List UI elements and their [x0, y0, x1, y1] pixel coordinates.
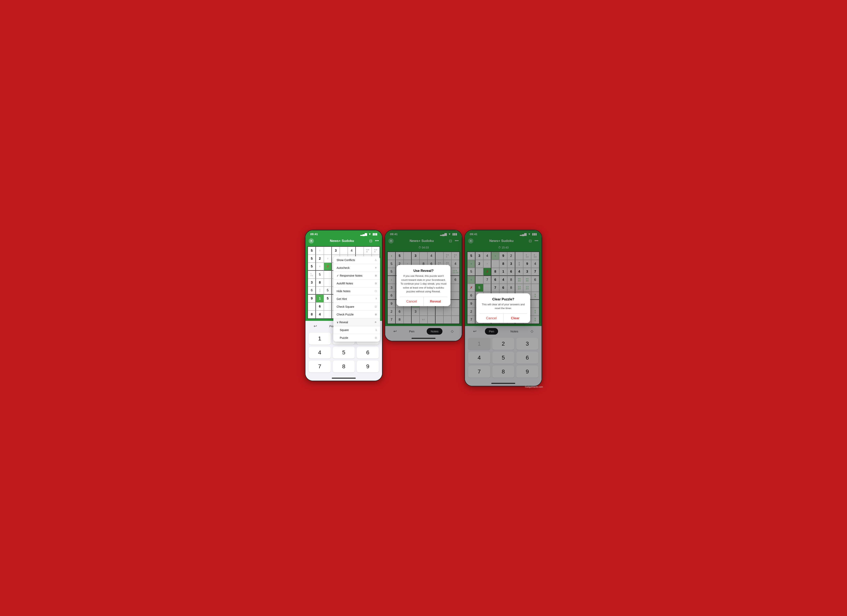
- cell-4-3[interactable]: [324, 271, 332, 279]
- cell-2-2[interactable]: 2: [316, 255, 324, 263]
- status-icons-1: ▂▄▆ ▼ ▮▮▮: [360, 232, 378, 236]
- menu-item-autofill-notes[interactable]: Autofill Notes ⊟: [333, 280, 380, 287]
- cell-6-1[interactable]: 6: [308, 287, 316, 295]
- menu-item-responsive-notes[interactable]: ✓ Responsive Notes ⊞: [333, 272, 380, 280]
- cell-7-2[interactable]: 1: [316, 295, 324, 302]
- phone-1: 09:41 ▂▄▆ ▼ ▮▮▮ ✕ News+ Sudoku ⊡ •••: [305, 230, 383, 381]
- dialog-title-2: Use Reveal?: [400, 269, 447, 273]
- menu-item-get-hint[interactable]: Get Hint ?: [333, 295, 380, 303]
- menu-item-check-square[interactable]: Check Square ☑: [333, 303, 380, 311]
- cell-1-6[interactable]: 4: [348, 247, 356, 255]
- get-hint-icon: ?: [375, 298, 377, 300]
- num-btn-1-1[interactable]: 1: [308, 333, 331, 345]
- num-btn-1-5[interactable]: 5: [333, 346, 355, 358]
- num-btn-1-4[interactable]: 4: [308, 346, 331, 358]
- nav-icons-1: ⊡ •••: [369, 239, 379, 243]
- home-indicator-1: [305, 376, 382, 381]
- num-btn-1-9[interactable]: 9: [357, 361, 379, 373]
- signal-icon-1: ▂▄▆: [360, 232, 367, 236]
- responsive-notes-icon: ⊞: [375, 274, 377, 277]
- cell-1-5[interactable]: [340, 247, 348, 255]
- use-reveal-dialog: Use Reveal? If you use Reveal, this puzz…: [397, 265, 450, 306]
- square-value: 1: [375, 329, 377, 332]
- cell-1-3[interactable]: [324, 247, 332, 255]
- status-bar-1: 09:41 ▂▄▆ ▼ ▮▮▮: [305, 230, 382, 237]
- cell-3-3[interactable]: ✗: [324, 263, 332, 271]
- cell-5-3[interactable]: [324, 279, 332, 287]
- dropdown-menu-1[interactable]: Show Conflicts ⚠ Autocheck ✳ ✓ Responsiv…: [333, 256, 380, 342]
- cell-9-1[interactable]: 8: [308, 311, 316, 318]
- hide-notes-icon: ☐: [375, 290, 377, 293]
- menu-item-autocheck[interactable]: Autocheck ✳: [333, 264, 380, 272]
- autocheck-icon: ✳: [375, 267, 377, 269]
- dialog-message-3: This will clear all of your answers and …: [480, 302, 527, 310]
- autofill-notes-icon: ⊟: [375, 282, 377, 285]
- reveal-eye-icon: 👁: [375, 321, 377, 324]
- dialog-confirm-2[interactable]: Reveal: [424, 297, 447, 306]
- menu-item-reveal[interactable]: ∨ Reveal 👁: [333, 318, 380, 326]
- cell-1-1[interactable]: 5: [308, 247, 316, 255]
- dialog-confirm-3[interactable]: Clear: [503, 314, 527, 323]
- cell-1-4[interactable]: 3: [332, 247, 340, 255]
- cell-8-3[interactable]: [324, 302, 332, 311]
- nav-bar-1: ✕ News+ Sudoku ⊡ •••: [305, 237, 382, 246]
- status-time-1: 09:41: [310, 232, 318, 236]
- check-puzzle-icon: ⊞: [375, 313, 377, 316]
- dialog-actions-2: Cancel Reveal: [400, 297, 447, 306]
- menu-item-check-puzzle[interactable]: Check Puzzle ⊞: [333, 311, 380, 318]
- menu-item-show-conflicts[interactable]: Show Conflicts ⚠: [333, 256, 380, 264]
- puzzle-icon: ⊡: [375, 336, 377, 339]
- cell-2-3[interactable]: 7: [324, 255, 332, 263]
- clear-puzzle-dialog: Clear Puzzle? This will clear all of you…: [476, 293, 530, 323]
- cell-3-1[interactable]: 5: [308, 263, 316, 271]
- cell-1-8[interactable]: 5 68: [364, 247, 372, 255]
- cell-8-2[interactable]: 6: [316, 302, 324, 311]
- watermark: GadgetHacks.com: [525, 386, 543, 388]
- check-square-icon: ☑: [375, 305, 377, 308]
- menu-item-square[interactable]: Square 1: [333, 326, 380, 334]
- dialog-backdrop-3: Clear Puzzle? This will clear all of you…: [465, 230, 542, 386]
- cell-2-1[interactable]: 5: [308, 255, 316, 263]
- cell-5-2[interactable]: 8: [316, 279, 324, 287]
- cell-5-1[interactable]: 3: [308, 279, 316, 287]
- dialog-message-2: If you use Reveal, this puzzle won't cou…: [400, 274, 447, 293]
- cell-7-3[interactable]: 5: [324, 295, 332, 302]
- cell-3-2[interactable]: 9: [316, 263, 324, 271]
- battery-icon-1: ▮▮▮: [372, 232, 377, 236]
- num-btn-1-6[interactable]: 6: [357, 346, 379, 358]
- phone-2: 09:41 ▂▄▆ ▼ ▮▮▮ ✕ News+ Sudoku ⊡ •••: [385, 230, 462, 341]
- show-conflicts-icon: ⚠: [375, 259, 377, 261]
- more-icon-1[interactable]: •••: [375, 239, 379, 243]
- dialog-actions-3: Cancel Clear: [480, 314, 527, 323]
- close-button-1[interactable]: ✕: [308, 238, 314, 243]
- dialog-title-3: Clear Puzzle?: [480, 297, 527, 301]
- cell-1-7[interactable]: [356, 247, 364, 255]
- dialog-backdrop-2: Use Reveal? If you use Reveal, this puzz…: [385, 230, 462, 341]
- dialog-cancel-3[interactable]: Cancel: [480, 314, 503, 323]
- cell-1-2[interactable]: 7: [316, 247, 324, 255]
- cell-4-2[interactable]: 5: [316, 271, 324, 279]
- cell-4-1[interactable]: 14 5: [308, 271, 316, 279]
- wifi-icon-1: ▼: [368, 232, 371, 236]
- cell-1-9[interactable]: 5 68: [372, 247, 380, 255]
- num-btn-1-8[interactable]: 8: [333, 361, 355, 373]
- cell-6-2[interactable]: 17: [316, 287, 324, 295]
- phone-3: 09:41 ▂▄▆ ▼ ▮▮▮ ✕ News+ Sudoku ⊡ •••: [464, 230, 542, 386]
- cell-8-1[interactable]: [308, 302, 316, 311]
- dialog-cancel-2[interactable]: Cancel: [400, 297, 424, 306]
- cell-7-1[interactable]: 9: [308, 295, 316, 302]
- share-icon-1[interactable]: ⊡: [369, 239, 372, 243]
- nav-title-1: News+ Sudoku: [329, 239, 354, 243]
- cell-6-3[interactable]: 5: [324, 287, 332, 295]
- home-bar-1: [332, 378, 356, 379]
- num-btn-1-7[interactable]: 7: [308, 361, 331, 373]
- undo-button-1[interactable]: ↩: [314, 324, 317, 329]
- menu-item-puzzle[interactable]: Puzzle ⊡: [333, 334, 380, 342]
- cell-9-3[interactable]: [324, 311, 332, 318]
- menu-item-hide-notes[interactable]: Hide Notes ☐: [333, 287, 380, 295]
- cell-9-2[interactable]: 4: [316, 311, 324, 318]
